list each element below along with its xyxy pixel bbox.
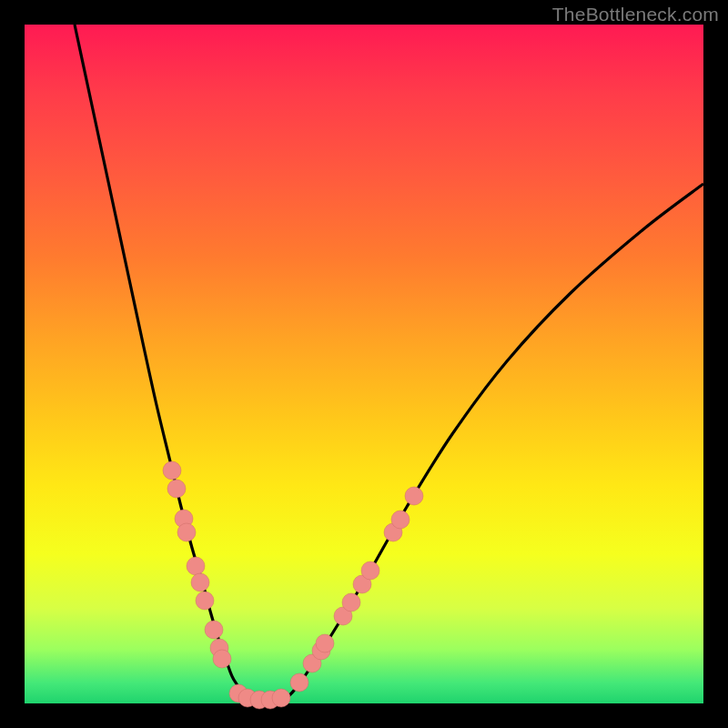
chart-svg: [25, 25, 703, 703]
highlight-dot: [191, 573, 209, 592]
highlight-dot: [187, 557, 205, 575]
highlight-dot: [272, 689, 290, 707]
highlight-dot: [163, 461, 181, 480]
highlight-dot: [177, 523, 196, 541]
highlight-dot: [205, 621, 223, 639]
highlight-dot: [342, 593, 360, 612]
highlight-dot: [167, 480, 186, 498]
highlight-dot: [316, 634, 334, 652]
highlight-dot: [196, 592, 214, 610]
highlight-dot: [213, 650, 231, 668]
watermark-text: TheBottleneck.com: [552, 4, 719, 25]
highlight-dot: [361, 561, 379, 580]
highlight-dot: [405, 487, 423, 505]
bottleneck-curve: [75, 25, 703, 703]
highlight-dot: [391, 511, 410, 529]
chart-frame: TheBottleneck.com: [0, 0, 728, 728]
highlight-dots-group: [163, 461, 423, 709]
plot-area: [25, 25, 703, 703]
highlight-dot: [290, 673, 308, 692]
